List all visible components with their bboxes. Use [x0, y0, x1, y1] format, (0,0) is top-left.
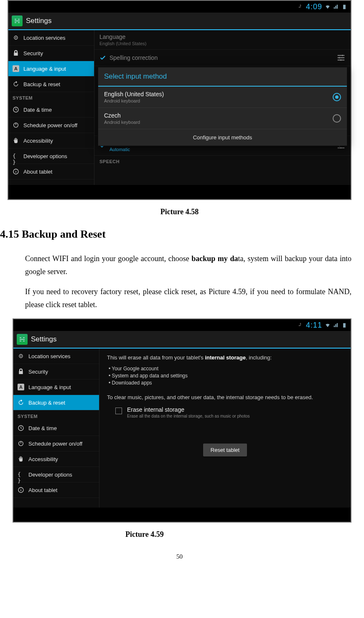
sidebar-item-about[interactable]: About tablet: [13, 482, 99, 498]
list-item: System and app data and settings: [109, 373, 343, 379]
paragraph: If you need to recovery factory reset, p…: [25, 285, 351, 311]
text: , including:: [246, 354, 272, 361]
row-title: Spelling correction: [109, 54, 158, 61]
row-subtitle: English (United States): [99, 41, 147, 46]
sidebar-item-accessibility[interactable]: Accessibility: [8, 133, 94, 149]
reset-tablet-button[interactable]: Reset tablet: [203, 444, 247, 456]
lock-icon: [18, 368, 24, 375]
bold-text: backup my da: [191, 254, 238, 263]
spelling-row[interactable]: Spelling correction: [94, 50, 351, 66]
radio-unselected[interactable]: [333, 114, 341, 123]
radio-selected[interactable]: [333, 93, 341, 101]
erase-subtitle: Erase all the data on the internal stora…: [127, 414, 250, 418]
lock-icon: [13, 50, 19, 56]
sidebar-item-accessibility[interactable]: Accessibility: [13, 451, 99, 467]
sidebar-item-datetime[interactable]: Date & time: [8, 102, 94, 118]
settings-app-icon: [17, 334, 28, 345]
signal-icon: [333, 322, 339, 328]
svg-point-15: [20, 356, 22, 357]
status-bar: 4:09: [8, 1, 351, 13]
sidebar-item-developer[interactable]: { } Developer options: [13, 467, 99, 482]
wifi-icon: [325, 322, 331, 328]
dialog-title: Select input method: [98, 67, 347, 87]
speech-category: SPEECH: [94, 156, 351, 165]
sidebar-category: SYSTEM: [8, 92, 94, 102]
info-icon: [18, 487, 24, 493]
sidebar-item-label: Location services: [28, 353, 70, 359]
sidebar-item-about[interactable]: About tablet: [8, 164, 94, 180]
sidebar-item-label: About tablet: [28, 487, 57, 493]
settings-sidebar: Location services Security A Language & …: [13, 349, 99, 508]
section-heading: 4.15 Backup and Reset: [0, 228, 359, 241]
configure-ime-button[interactable]: Configure input methods: [98, 129, 347, 146]
power-icon: [18, 440, 24, 447]
android-navbar: [8, 185, 351, 199]
option-subtitle: Android keyboard: [104, 98, 164, 103]
sidebar-item-label: Backup & reset: [28, 400, 65, 406]
svg-point-5: [342, 55, 344, 56]
battery-icon: [341, 4, 347, 10]
language-row[interactable]: Language English (United States): [94, 30, 351, 50]
option-subtitle: Android keyboard: [104, 120, 140, 125]
sidebar-item-label: Security: [23, 50, 43, 56]
input-method-dialog: Select input method English (United Stat…: [98, 67, 347, 146]
erase-storage-row[interactable]: Erase internal storage Erase all the dat…: [107, 406, 343, 418]
window-title: Settings: [26, 17, 51, 25]
content-pane: Language English (United States) Spellin…: [94, 30, 351, 185]
sidebar-item-language[interactable]: A Language & input: [13, 380, 99, 395]
sidebar-item-location[interactable]: Location services: [13, 349, 99, 364]
sidebar-item-label: Date & time: [28, 425, 57, 431]
letter-a-icon: A: [18, 384, 24, 390]
sidebar-item-label: Schedule power on/off: [23, 122, 77, 128]
reset-bullet-list: Your Google account System and app data …: [107, 366, 343, 386]
sidebar-item-datetime[interactable]: Date & time: [13, 421, 99, 436]
checkbox-unchecked[interactable]: [115, 408, 122, 414]
svg-point-7: [340, 59, 342, 61]
sidebar-item-label: About tablet: [23, 169, 52, 175]
info-icon: [13, 168, 19, 175]
braces-icon: { }: [13, 153, 19, 159]
tune-icon[interactable]: [336, 53, 346, 62]
sidebar-item-label: Backup & reset: [23, 81, 60, 87]
wifi-icon: [325, 4, 331, 10]
row-subtitle: Automatic: [109, 147, 161, 152]
power-icon: [13, 122, 19, 128]
option-title: English (United States): [104, 91, 164, 97]
svg-point-1: [15, 37, 17, 38]
svg-point-6: [339, 57, 341, 59]
clock: 4:09: [306, 3, 322, 11]
ime-option-english[interactable]: English (United States) Android keyboard: [98, 87, 347, 108]
sidebar-item-label: Accessibility: [28, 456, 58, 462]
sidebar-item-language[interactable]: A Language & input: [8, 61, 94, 77]
sidebar-item-developer[interactable]: { } Developer options: [8, 149, 94, 164]
reset-note: To clear music, pictures, and other user…: [107, 394, 343, 400]
sidebar-item-schedule[interactable]: Schedule power on/off: [8, 118, 94, 133]
erase-title: Erase internal storage: [127, 406, 250, 413]
sidebar-item-location[interactable]: Location services: [8, 30, 94, 46]
sidebar-item-schedule[interactable]: Schedule power on/off: [13, 436, 99, 451]
clock-icon: [13, 106, 19, 113]
row-title: Language: [99, 33, 147, 40]
screenshot-backup-reset: 4:11 Settings Location services Security…: [13, 318, 351, 523]
clock-icon: [18, 425, 24, 431]
window-header: Settings: [8, 13, 351, 30]
braces-icon: { }: [18, 471, 24, 478]
sidebar-item-backup[interactable]: Backup & reset: [8, 77, 94, 92]
figure-caption: Picture 4.59: [0, 530, 359, 539]
sidebar-item-security[interactable]: Security: [13, 364, 99, 380]
sidebar-item-label: Developer options: [23, 153, 67, 159]
letter-a-icon: A: [13, 65, 19, 72]
status-bar: 4:11: [13, 319, 351, 331]
sidebar-item-label: Accessibility: [23, 138, 53, 144]
sidebar-item-security[interactable]: Security: [8, 46, 94, 61]
list-item: Your Google account: [109, 366, 343, 372]
sidebar-item-label: Language & input: [28, 384, 71, 390]
signal-icon: [333, 4, 339, 10]
window-header: Settings: [13, 331, 351, 349]
usb-icon: [298, 4, 303, 10]
ime-option-czech[interactable]: Czech Android keyboard: [98, 108, 347, 129]
window-title: Settings: [31, 335, 56, 344]
sidebar-item-label: Language & input: [23, 66, 66, 72]
sidebar-item-backup[interactable]: Backup & reset: [13, 395, 99, 410]
sidebar-item-label: Schedule power on/off: [28, 441, 82, 447]
